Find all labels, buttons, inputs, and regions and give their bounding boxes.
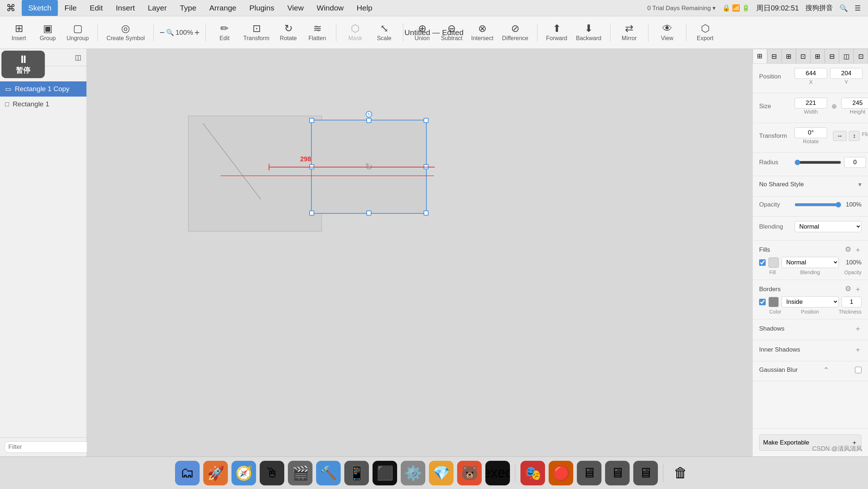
filter-input[interactable] bbox=[4, 441, 89, 453]
dock-mouse[interactable]: 🖱 bbox=[260, 461, 284, 485]
transform-rotate-input[interactable] bbox=[795, 127, 827, 138]
scale-button[interactable]: ⤡ Scale bbox=[371, 21, 397, 44]
handle-tl[interactable] bbox=[309, 118, 314, 123]
zoom-minus-icon[interactable]: − bbox=[159, 27, 165, 38]
dock-app1[interactable]: 🎭 bbox=[520, 461, 545, 485]
align-tab-4[interactable]: ⊡ bbox=[796, 49, 810, 63]
dock-display3[interactable]: 🖥 bbox=[633, 461, 658, 485]
zoom-plus-icon[interactable]: + bbox=[195, 27, 200, 38]
dock-photo[interactable]: 🎬 bbox=[288, 461, 312, 485]
insert-button[interactable]: ⊞ Insert bbox=[6, 21, 32, 44]
group-button[interactable]: ▣ Group bbox=[35, 21, 61, 44]
dock-display1[interactable]: 🖥 bbox=[577, 461, 601, 485]
radius-slider[interactable] bbox=[795, 160, 841, 165]
size-link-icon[interactable]: ⊕ bbox=[831, 102, 837, 110]
mirror-button[interactable]: ⇄ Mirror bbox=[616, 21, 642, 44]
dock-terminal[interactable]: ⬛ bbox=[373, 461, 397, 485]
handle-br[interactable] bbox=[424, 211, 429, 216]
difference-button[interactable]: ⊘ Difference bbox=[499, 21, 531, 44]
dock-launchpad[interactable]: 🚀 bbox=[203, 461, 228, 485]
rotate-button[interactable]: ↻ Rotate bbox=[275, 21, 301, 44]
align-tab-7[interactable]: ◫ bbox=[839, 49, 854, 63]
dock-safari[interactable]: 🧭 bbox=[231, 461, 256, 485]
gaussian-blur-toggle[interactable]: ⌃ bbox=[823, 366, 829, 374]
position-x-input[interactable] bbox=[795, 68, 827, 79]
menu-type[interactable]: Type bbox=[173, 0, 203, 16]
export-button[interactable]: ⬡ Export bbox=[692, 21, 718, 44]
align-tab-8[interactable]: ⊡ bbox=[854, 49, 868, 63]
rotation-handle[interactable]: ↻ bbox=[366, 111, 372, 118]
align-tab-3[interactable]: ⊞ bbox=[782, 49, 796, 63]
handle-tr[interactable] bbox=[424, 118, 429, 123]
menu-plugins[interactable]: Plugins bbox=[243, 0, 281, 16]
border-position-select[interactable]: Inside Outside Center bbox=[782, 296, 839, 307]
menu-window[interactable]: Window bbox=[310, 0, 350, 16]
menu-view[interactable]: View bbox=[281, 0, 310, 16]
gaussian-blur-checkbox[interactable] bbox=[855, 367, 861, 373]
dock-xcode[interactable]: 🔨 bbox=[316, 461, 341, 485]
blending-select[interactable]: Normal bbox=[795, 221, 861, 232]
dock-exec[interactable]: exec bbox=[485, 461, 510, 485]
canvas[interactable]: ↻ ↻ 298 bbox=[87, 49, 752, 456]
flip-v-button[interactable]: ↕ bbox=[849, 131, 860, 141]
handle-tm[interactable] bbox=[366, 118, 371, 123]
sidebar-toggle[interactable]: ◫ bbox=[75, 53, 81, 61]
inner-shadows-add-icon[interactable]: ＋ bbox=[854, 345, 861, 354]
edit-button[interactable]: ✏ Edit bbox=[212, 21, 238, 44]
borders-add-icon[interactable]: ＋ bbox=[854, 284, 861, 294]
menu-file[interactable]: File bbox=[58, 0, 83, 16]
align-tab-1[interactable]: ⊞ bbox=[753, 49, 767, 63]
dock-app2[interactable]: 🔴 bbox=[549, 461, 573, 485]
search-icon[interactable]: 🔍 bbox=[839, 4, 848, 12]
menu-sketch[interactable]: Sketch bbox=[22, 0, 58, 16]
opacity-slider[interactable] bbox=[795, 202, 841, 208]
menu-layer[interactable]: Layer bbox=[141, 0, 174, 16]
border-thickness-input[interactable] bbox=[842, 297, 861, 307]
dock-bear[interactable]: 🐻 bbox=[457, 461, 482, 485]
align-tab-5[interactable]: ⊞ bbox=[810, 49, 825, 63]
dock-iphone[interactable]: 📱 bbox=[344, 461, 369, 485]
ungroup-button[interactable]: ▢ Ungroup bbox=[64, 21, 92, 44]
create-symbol-button[interactable]: ◎ Create Symbol bbox=[103, 21, 148, 44]
radius-input[interactable] bbox=[844, 157, 866, 168]
menu-arrange[interactable]: Arrange bbox=[203, 0, 243, 16]
border-checkbox-1[interactable] bbox=[759, 299, 766, 305]
flatten-button[interactable]: ≋ Flatten bbox=[304, 21, 330, 44]
sidebar-item-rect1[interactable]: □ Rectangle 1 bbox=[0, 97, 86, 112]
dock-display2[interactable]: 🖥 bbox=[605, 461, 630, 485]
apple-menu[interactable]: ⌘ bbox=[0, 3, 22, 14]
align-tab-2[interactable]: ⊟ bbox=[767, 49, 782, 63]
align-tab-6[interactable]: ⊟ bbox=[825, 49, 839, 63]
zoom-control[interactable]: − 🔍 100% + bbox=[159, 27, 200, 38]
dock-finder[interactable]: 🗂 bbox=[175, 461, 200, 485]
shared-style-dropdown[interactable]: ▾ bbox=[858, 180, 861, 188]
menu-edit[interactable]: Edit bbox=[83, 0, 109, 16]
menu-help[interactable]: Help bbox=[350, 0, 379, 16]
handle-bl[interactable] bbox=[309, 211, 314, 216]
menu-extra[interactable]: ☰ bbox=[855, 4, 861, 12]
shadows-add-icon[interactable]: ＋ bbox=[854, 324, 861, 333]
flip-h-button[interactable]: ↔ bbox=[833, 131, 847, 141]
intersect-button[interactable]: ⊗ Intersect bbox=[468, 21, 496, 44]
size-width-input[interactable] bbox=[795, 98, 827, 109]
backward-button[interactable]: ⬇ Backward bbox=[573, 21, 604, 44]
mask-button[interactable]: ⬡ Mask bbox=[342, 21, 368, 44]
transform-button[interactable]: ⊡ Transform bbox=[241, 21, 272, 44]
dock-sketch[interactable]: 💎 bbox=[429, 461, 454, 485]
dock-trash[interactable]: 🗑 bbox=[668, 461, 693, 485]
fills-add-icon[interactable]: ＋ bbox=[854, 245, 861, 255]
border-color-swatch-1[interactable] bbox=[769, 297, 779, 307]
size-height-input[interactable] bbox=[841, 98, 868, 109]
fill-blending-select[interactable]: Normal bbox=[782, 257, 839, 268]
handle-bm[interactable] bbox=[366, 211, 371, 216]
position-y-input[interactable] bbox=[830, 68, 863, 79]
fills-settings-icon[interactable]: ⚙ bbox=[845, 245, 851, 255]
forward-button[interactable]: ⬆ Forward bbox=[543, 21, 570, 44]
canvas-rect-1[interactable] bbox=[188, 116, 322, 231]
menu-insert[interactable]: Insert bbox=[109, 0, 141, 16]
fill-color-swatch-1[interactable] bbox=[769, 258, 779, 268]
fill-checkbox-1[interactable] bbox=[759, 259, 766, 266]
view-button[interactable]: 👁 View bbox=[654, 21, 680, 44]
borders-settings-icon[interactable]: ⚙ bbox=[845, 284, 851, 294]
dock-system-prefs[interactable]: ⚙️ bbox=[401, 461, 425, 485]
